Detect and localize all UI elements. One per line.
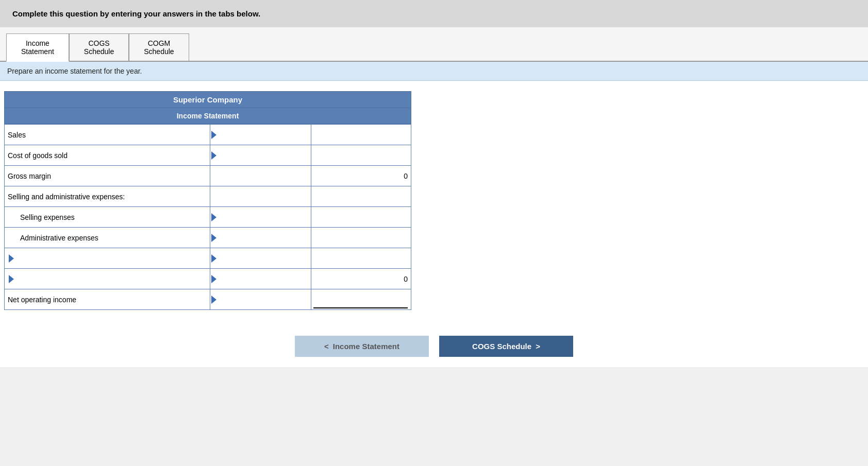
row-label-blank1 xyxy=(5,248,210,269)
row-label-cogs: Cost of goods sold xyxy=(5,145,210,166)
blank2-input1[interactable] xyxy=(216,269,311,289)
arrow-icon xyxy=(9,275,14,283)
row-input1-blank1[interactable] xyxy=(210,248,311,269)
prev-button[interactable]: < Income Statement xyxy=(295,336,429,357)
blank1-total[interactable] xyxy=(313,249,408,267)
table-row: 0 xyxy=(5,269,411,289)
row-label-admin: Administrative expenses xyxy=(5,228,210,248)
arrow-icon xyxy=(211,254,216,263)
table-container: Superior Company Income Statement Sales xyxy=(4,91,411,310)
sales-input1[interactable] xyxy=(216,125,311,145)
income-table: Sales Cost of goods sold xyxy=(4,124,411,310)
arrow-icon xyxy=(211,131,216,139)
row-total-sae xyxy=(311,186,411,207)
noi-total[interactable] xyxy=(313,290,408,308)
row-input1-blank2[interactable] xyxy=(210,269,311,289)
row-label-sales: Sales xyxy=(5,125,210,145)
arrow-icon xyxy=(211,213,216,221)
row-label-gross: Gross margin xyxy=(5,166,210,186)
next-icon: > xyxy=(536,342,540,351)
table-row: Selling expenses xyxy=(5,207,411,228)
row-input1-admin[interactable] xyxy=(210,228,311,248)
statement-header: Income Statement xyxy=(4,108,411,124)
blank1-input1[interactable] xyxy=(216,248,311,268)
row-total-selling[interactable] xyxy=(311,207,411,228)
blank2-label-input[interactable] xyxy=(14,270,208,288)
prev-label: Income Statement xyxy=(333,342,399,351)
instruction-bar: Prepare an income statement for the year… xyxy=(0,62,868,81)
arrow-icon xyxy=(211,275,216,283)
table-row: Cost of goods sold xyxy=(5,145,411,166)
row-total-admin[interactable] xyxy=(311,228,411,248)
tab-cogm-schedule[interactable]: COGMSchedule xyxy=(129,33,189,61)
top-banner: Complete this question by entering your … xyxy=(0,0,868,27)
row-total-blank1[interactable] xyxy=(311,248,411,269)
row-total-cogs[interactable] xyxy=(311,145,411,166)
instruction-text: Prepare an income statement for the year… xyxy=(7,67,142,75)
row-total-sales[interactable] xyxy=(311,125,411,145)
table-row xyxy=(5,248,411,269)
row-label-blank2 xyxy=(5,269,210,289)
admin-input1[interactable] xyxy=(216,228,311,248)
arrow-icon xyxy=(211,234,216,242)
row-input1-sales[interactable] xyxy=(210,125,311,145)
tab-income-statement[interactable]: IncomeStatement xyxy=(6,33,69,62)
row-label-selling: Selling expenses xyxy=(5,207,210,228)
table-row: Selling and administrative expenses: xyxy=(5,186,411,207)
arrow-icon xyxy=(211,151,216,160)
row-total-gross: 0 xyxy=(311,166,411,186)
company-header: Superior Company xyxy=(4,91,411,108)
selling-input1[interactable] xyxy=(216,207,311,227)
tabs-container: IncomeStatement COGSSchedule COGMSchedul… xyxy=(0,27,868,62)
cogs-input1[interactable] xyxy=(216,145,311,165)
table-row: Net operating income xyxy=(5,289,411,310)
table-row: Sales xyxy=(5,125,411,145)
next-label: COGS Schedule xyxy=(472,342,531,351)
bottom-nav: < Income Statement COGS Schedule > xyxy=(0,325,868,367)
arrow-icon xyxy=(9,254,14,263)
row-input1-sae xyxy=(210,186,311,207)
banner-text: Complete this question by entering your … xyxy=(12,9,260,18)
row-input1-noi[interactable] xyxy=(210,289,311,310)
row-label-noi: Net operating income xyxy=(5,289,210,310)
table-row: Administrative expenses xyxy=(5,228,411,248)
content-area: Superior Company Income Statement Sales xyxy=(0,81,868,325)
noi-input1[interactable] xyxy=(216,289,311,309)
blank1-label-input[interactable] xyxy=(14,249,208,267)
cogs-total[interactable] xyxy=(313,146,408,164)
selling-total[interactable] xyxy=(313,208,408,226)
row-input1-cogs[interactable] xyxy=(210,145,311,166)
row-label-sae: Selling and administrative expenses: xyxy=(5,186,210,207)
arrow-icon xyxy=(211,296,216,304)
admin-total[interactable] xyxy=(313,229,408,247)
next-button[interactable]: COGS Schedule > xyxy=(439,336,573,357)
table-row: Gross margin 0 xyxy=(5,166,411,186)
tab-cogs-schedule[interactable]: COGSSchedule xyxy=(69,33,129,61)
row-total-noi[interactable] xyxy=(311,289,411,310)
row-total-blank2: 0 xyxy=(311,269,411,289)
row-input1-gross xyxy=(210,166,311,186)
sales-total[interactable] xyxy=(313,126,408,144)
prev-icon: < xyxy=(324,342,329,351)
row-input1-selling[interactable] xyxy=(210,207,311,228)
